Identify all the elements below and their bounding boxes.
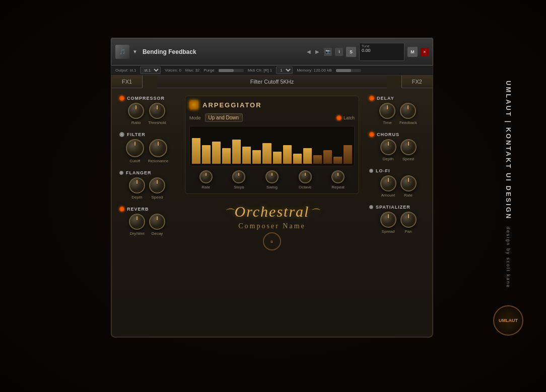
- arp-swing-label: Swing: [266, 185, 278, 189]
- reverb-led[interactable]: [119, 207, 124, 212]
- time-knob[interactable]: [379, 103, 395, 119]
- next-btn[interactable]: ▶: [314, 49, 321, 54]
- step-bar-3[interactable]: [222, 148, 231, 164]
- filter-knobs: Cutoff Resonance: [119, 139, 175, 163]
- spatializer-led[interactable]: [369, 205, 373, 209]
- header-bar: 🎵 ▼ Bending Feedback ◀ ▶ 📷 ℹ S Tune 0.00…: [111, 38, 433, 66]
- midi-select[interactable]: 1: [276, 67, 293, 74]
- step-bar-13[interactable]: [323, 150, 332, 164]
- step-bar-1[interactable]: [202, 145, 211, 164]
- arp-mode-select[interactable]: Up and Down: [205, 113, 243, 122]
- arp-rate-knob[interactable]: [199, 170, 213, 183]
- tab-fx1[interactable]: FX1: [112, 76, 143, 88]
- cutoff-group: Cutoff: [126, 139, 144, 163]
- step-bar-8[interactable]: [273, 152, 282, 164]
- flanger-depth-knob[interactable]: [129, 177, 145, 193]
- drywet-group: Dry/Wet: [129, 214, 145, 236]
- arp-swing-knob[interactable]: [265, 170, 279, 183]
- brand-subtitle: design by scott kane: [506, 227, 511, 288]
- close-button[interactable]: ×: [421, 48, 429, 56]
- step-bar-12[interactable]: [313, 155, 322, 164]
- arp-octave-knob[interactable]: [299, 170, 312, 183]
- flanger-led[interactable]: [119, 171, 123, 175]
- filter-led[interactable]: [119, 132, 124, 137]
- lofi-rate-group: Rate: [400, 175, 417, 198]
- flanger-speed-knob[interactable]: [149, 177, 165, 193]
- sub-header: Output: st.1 st.1 Voices: 0 Max: 32 Purg…: [111, 66, 433, 76]
- delay-label: DELAY: [377, 96, 394, 101]
- tab-fx2[interactable]: FX2: [401, 76, 432, 88]
- ratio-group: Ratio: [128, 103, 144, 125]
- decay-knob[interactable]: [149, 214, 165, 230]
- output-label: Output: st.1: [115, 68, 136, 73]
- time-label: Time: [383, 120, 391, 125]
- arp-latch-led[interactable]: [336, 115, 342, 120]
- composer-name: Composer Name: [238, 222, 305, 230]
- lofi-led[interactable]: [369, 169, 373, 173]
- feedback-knob[interactable]: [400, 103, 416, 119]
- step-bar-14[interactable]: [333, 157, 342, 164]
- camera-icon[interactable]: 📷: [324, 48, 332, 56]
- flanger-label: FLANGER: [126, 170, 152, 175]
- voices-label: Voices: 0: [165, 68, 181, 73]
- m-button[interactable]: M: [407, 47, 418, 57]
- decay-label: Decay: [152, 231, 163, 236]
- lofi-rate-knob[interactable]: [400, 175, 417, 191]
- chorus-depth-knob[interactable]: [380, 139, 396, 155]
- arp-latch-label: Latch: [344, 115, 355, 120]
- output-select[interactable]: st.1: [140, 67, 161, 74]
- step-bar-9[interactable]: [283, 145, 292, 164]
- fx2-panel: DELAY Time Feedback CHORUS: [364, 76, 432, 337]
- arp-swing-group: Swing: [265, 170, 279, 189]
- arp-repeat-knob[interactable]: [331, 170, 345, 183]
- cutoff-label: Cutoff: [129, 159, 140, 163]
- memory-fill: [336, 69, 351, 72]
- chorus-header: CHORUS: [369, 132, 427, 137]
- arp-steps-knob[interactable]: [232, 170, 245, 183]
- chorus-speed-knob[interactable]: [400, 139, 417, 155]
- step-bar-10[interactable]: [293, 154, 302, 164]
- delay-led[interactable]: [369, 96, 374, 101]
- pan-knob[interactable]: [400, 212, 417, 228]
- max-label: Max: 32: [185, 68, 199, 73]
- ratio-label: Ratio: [131, 120, 141, 125]
- step-sequencer[interactable]: [189, 126, 355, 166]
- ratio-knob[interactable]: [128, 103, 144, 119]
- compressor-led[interactable]: [119, 96, 124, 101]
- flanger-speed-group: Speed: [149, 177, 165, 200]
- midi-label: Midi Ch: [R] 1: [248, 68, 272, 73]
- step-bar-0[interactable]: [192, 138, 200, 164]
- spread-group: Spread: [380, 212, 396, 234]
- feedback-group: Feedback: [399, 103, 417, 125]
- reverb-label: REVERB: [127, 207, 149, 212]
- info-icon[interactable]: ℹ: [335, 48, 343, 56]
- step-bar-5[interactable]: [242, 147, 251, 164]
- spread-knob[interactable]: [380, 212, 396, 228]
- cutoff-knob[interactable]: [126, 139, 144, 157]
- flanger-depth-group: Depth: [129, 177, 145, 200]
- s-button[interactable]: S: [346, 47, 356, 57]
- step-bar-15[interactable]: [344, 145, 352, 164]
- step-bar-6[interactable]: [252, 150, 261, 164]
- spatializer-header: SPATIALIZER: [369, 205, 427, 210]
- step-bar-7[interactable]: [262, 143, 271, 164]
- step-bar-11[interactable]: [303, 148, 312, 164]
- chorus-label: CHORUS: [377, 132, 399, 137]
- tab-filter-cutoff: Filter Cutoff 5KHz: [157, 76, 387, 88]
- drywet-knob[interactable]: [129, 214, 145, 230]
- step-bar-4[interactable]: [232, 140, 241, 164]
- lofi-header: LO-FI: [369, 168, 427, 173]
- feedback-label: Feedback: [399, 120, 417, 125]
- chorus-led[interactable]: [369, 132, 374, 137]
- spatializer-knobs: Spread Pan: [369, 212, 427, 234]
- tune-value: 0.00: [362, 48, 402, 53]
- prev-btn[interactable]: ◀: [305, 49, 312, 54]
- arp-rate-label: Rate: [201, 185, 210, 189]
- drywet-label: Dry/Wet: [130, 231, 145, 236]
- step-bar-2[interactable]: [212, 142, 221, 164]
- amount-knob[interactable]: [380, 175, 396, 191]
- arp-led[interactable]: [189, 100, 198, 109]
- threshold-knob[interactable]: [149, 103, 165, 119]
- decay-group: Decay: [149, 214, 165, 236]
- resonance-knob[interactable]: [149, 139, 167, 157]
